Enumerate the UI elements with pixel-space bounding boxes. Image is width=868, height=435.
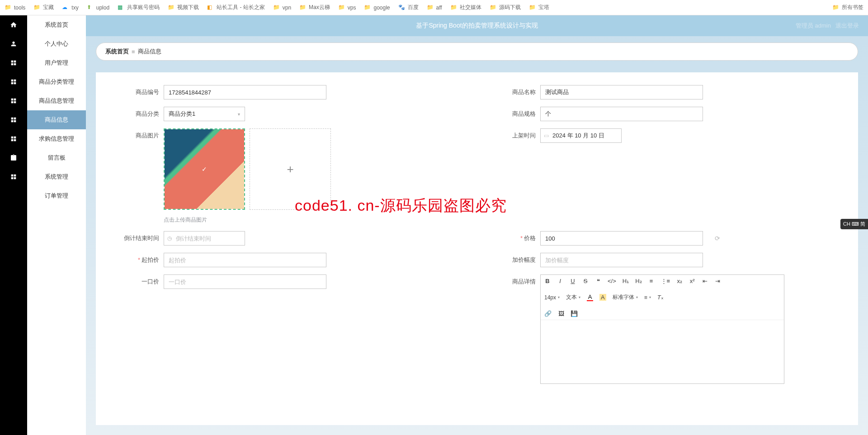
bookmark-share-account[interactable]: ▦共享账号密码 (118, 4, 160, 11)
browser-bookmark-bar: 📁tools 📁宝藏 ☁txy ⬆uplod ▦共享账号密码 📁视频下载 ◧站长… (0, 0, 868, 15)
bookmark-baota[interactable]: 📁宝塔 (529, 4, 549, 11)
bookmark-zhanzhang[interactable]: ◧站长工具 - 站长之家 (207, 4, 265, 11)
bookmarks-left: 📁tools 📁宝藏 ☁txy ⬆uplod ▦共享账号密码 📁视频下载 ◧站长… (5, 4, 549, 11)
bookmark-aff[interactable]: 📁aff (427, 4, 442, 11)
bookmark-txy[interactable]: ☁txy (62, 4, 78, 11)
bookmark-vps[interactable]: 📁vps (338, 4, 356, 11)
bookmark-video-download[interactable]: 📁视频下载 (168, 4, 199, 11)
bookmark-vpn[interactable]: 📁vpn (273, 4, 291, 11)
bookmark-tools[interactable]: 📁tools (5, 4, 25, 11)
bookmark-all[interactable]: 📁所有书签 (832, 4, 863, 11)
bookmark-uplod[interactable]: ⬆uplod (87, 4, 109, 11)
bookmark-source-download[interactable]: 📁源码下载 (490, 4, 521, 11)
bookmark-max-cloud[interactable]: 📁Max云梯 (299, 4, 330, 11)
bookmark-baidu[interactable]: 🐾百度 (398, 4, 419, 11)
bookmark-baozang[interactable]: 📁宝藏 (33, 4, 54, 11)
bookmark-google[interactable]: 📁google (364, 4, 390, 11)
bookmark-social[interactable]: 📁社交媒体 (450, 4, 481, 11)
